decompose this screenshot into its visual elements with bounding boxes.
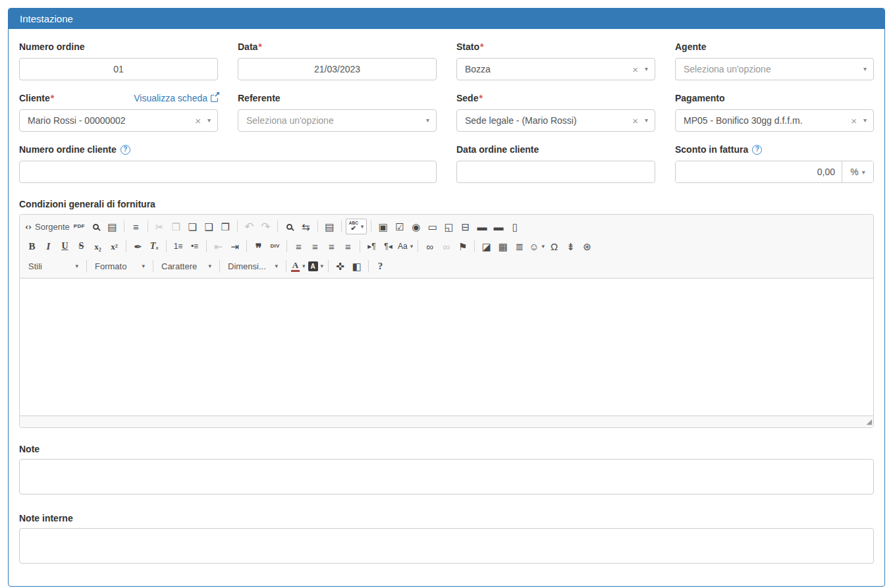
help-icon[interactable]: ? (752, 145, 762, 155)
smiley-button[interactable]: ☺▾ (528, 238, 545, 254)
increase-indent-button[interactable]: ⇥ (227, 238, 242, 254)
agente-placeholder: Seleziona un'opzione (684, 64, 863, 74)
align-right-button[interactable]: ≡ (324, 238, 339, 254)
clear-icon[interactable]: × (628, 116, 645, 126)
special-character-button[interactable]: Ω (547, 238, 562, 254)
paste-text-button[interactable]: ❑ (202, 219, 217, 234)
help-icon[interactable]: ? (121, 145, 130, 155)
decrease-indent-button[interactable]: ⇤ (211, 238, 226, 254)
resize-handle-icon[interactable]: ◢ (867, 418, 872, 425)
radio-button[interactable]: ◉ (408, 219, 423, 234)
align-center-button[interactable]: ≡ (308, 238, 323, 254)
copy-icon: ❐ (172, 222, 180, 232)
referente-select[interactable]: Seleziona un'opzione ▾ (238, 109, 437, 132)
hidden-field-button[interactable]: ▯ (507, 219, 522, 234)
sede-select[interactable]: Sede legale - (Mario Rossi) × ▾ (456, 109, 655, 132)
bold-button[interactable]: B (24, 238, 40, 254)
page-break-button[interactable]: ⇟ (563, 238, 578, 254)
text-direction-rtl-button[interactable]: ¶◂ (381, 238, 396, 254)
table-button[interactable]: ▦ (495, 238, 510, 254)
unlink-button[interactable]: ∞ (439, 238, 454, 254)
note-interne-textarea[interactable] (19, 528, 874, 564)
superscript-button[interactable]: x² (107, 238, 122, 254)
find-button[interactable] (282, 219, 297, 234)
show-blocks-button[interactable]: ◧ (349, 258, 364, 274)
note-interne-label: Note interne (19, 513, 874, 523)
preview-button[interactable] (88, 219, 103, 234)
cliente-select[interactable]: Mario Rossi - 00000002 × ▾ (19, 109, 218, 132)
caret-down-icon: ▾ (275, 263, 278, 269)
clear-icon[interactable]: × (628, 65, 645, 74)
align-left-button[interactable]: ≡ (291, 238, 306, 254)
checkbox-button[interactable]: ☑ (392, 219, 407, 234)
redo-button[interactable]: ↷ (258, 219, 273, 234)
pagamento-select[interactable]: MP05 - Bonifico 30gg d.f.f.m. × ▾ (675, 109, 874, 132)
blockquote-button[interactable]: ❞ (251, 238, 266, 254)
font-size-combo-button[interactable]: Dimensi...▾ (224, 258, 282, 274)
copy-formatting-button[interactable]: ✒ (130, 238, 146, 254)
paste-from-word-button[interactable]: ❒ (218, 219, 233, 234)
export-pdf-button[interactable]: PDF (72, 219, 87, 234)
undo-button[interactable]: ↶ (242, 219, 257, 234)
iframe-button[interactable]: ⊛ (580, 238, 595, 254)
underline-button[interactable]: U (57, 238, 72, 254)
image-button[interactable]: ◪ (479, 238, 494, 254)
toolbar-separator (360, 240, 360, 252)
text-color-button[interactable]: A▾ (290, 258, 306, 274)
subscript-button[interactable]: x₂ (90, 238, 105, 254)
numero-ordine-cliente-input[interactable] (19, 161, 437, 183)
data-ordine-cliente-input[interactable] (456, 161, 655, 183)
numbered-list-button[interactable]: 1≡ (171, 238, 186, 254)
radio-icon: ◉ (412, 222, 420, 232)
font-combo-button[interactable]: Carattere▾ (157, 258, 215, 274)
cut-button[interactable]: ✂ (152, 219, 167, 234)
data-input[interactable] (238, 58, 437, 80)
field-cliente: Cliente* Visualizza scheda Mario Rossi -… (19, 92, 218, 132)
toolbar-separator (341, 221, 342, 232)
clear-icon[interactable]: × (191, 116, 207, 126)
spellcheck-button[interactable]: ABC✔▾ (346, 219, 367, 234)
print-button[interactable]: ▤ (105, 219, 120, 234)
replace-button[interactable]: ⇆ (298, 219, 313, 234)
format-combo-button[interactable]: Formato▾ (91, 258, 149, 274)
div-container-button[interactable]: DIV (267, 238, 283, 254)
justify-button[interactable]: ≡ (340, 238, 356, 254)
select-all-button[interactable]: ▤ (322, 219, 337, 234)
textarea-button[interactable]: ◱ (441, 219, 456, 234)
strikethrough-button[interactable]: S (74, 238, 89, 254)
remove-format-button[interactable]: Tₓ (147, 238, 162, 254)
language-button[interactable]: Aa▾ (397, 238, 414, 254)
anchor-button[interactable]: ⚑ (455, 238, 470, 254)
paste-button[interactable]: ❏ (185, 219, 200, 234)
horizontal-rule-button[interactable]: ≣ (512, 238, 527, 254)
maximize-button[interactable]: ✜ (333, 258, 348, 274)
editor-content[interactable] (20, 279, 873, 415)
background-color-button[interactable]: A▾ (308, 258, 325, 274)
agente-select[interactable]: Seleziona un'opzione ▾ (675, 58, 874, 80)
note-textarea[interactable] (19, 459, 874, 494)
clear-icon[interactable]: × (847, 116, 863, 126)
redo-icon: ↷ (261, 221, 270, 232)
stato-select[interactable]: Bozza × ▾ (456, 58, 655, 80)
sconto-unit-select[interactable]: % ▾ (842, 161, 873, 182)
image-button-button[interactable]: ▬ (491, 219, 506, 234)
bulleted-list-button[interactable]: •≡ (187, 238, 202, 254)
select-field-button[interactable]: ⊟ (458, 219, 473, 234)
button-button[interactable]: ▬ (474, 219, 489, 234)
copy-button[interactable]: ❐ (169, 219, 184, 234)
italic-button[interactable]: I (41, 238, 56, 254)
form-button[interactable]: ▣ (375, 219, 391, 234)
about-button[interactable]: ? (373, 258, 388, 274)
source-button[interactable]: ‹›Sorgente (24, 219, 70, 234)
sconto-input[interactable] (676, 161, 842, 182)
text-field-button[interactable]: ▭ (425, 219, 440, 234)
numero-ordine-input[interactable] (19, 58, 218, 80)
new-page-button[interactable]: ≡ (128, 219, 144, 234)
numero-ordine-label: Numero ordine (19, 41, 85, 52)
link-button[interactable]: ∞ (422, 238, 437, 254)
text-direction-ltr-button[interactable]: ▸¶ (364, 238, 379, 254)
visualizza-scheda-link[interactable]: Visualizza scheda (134, 93, 218, 103)
styles-combo-button[interactable]: Stili▾ (24, 258, 82, 274)
anchor-icon: ⚑ (458, 242, 467, 252)
required-asterisk: * (51, 93, 54, 103)
